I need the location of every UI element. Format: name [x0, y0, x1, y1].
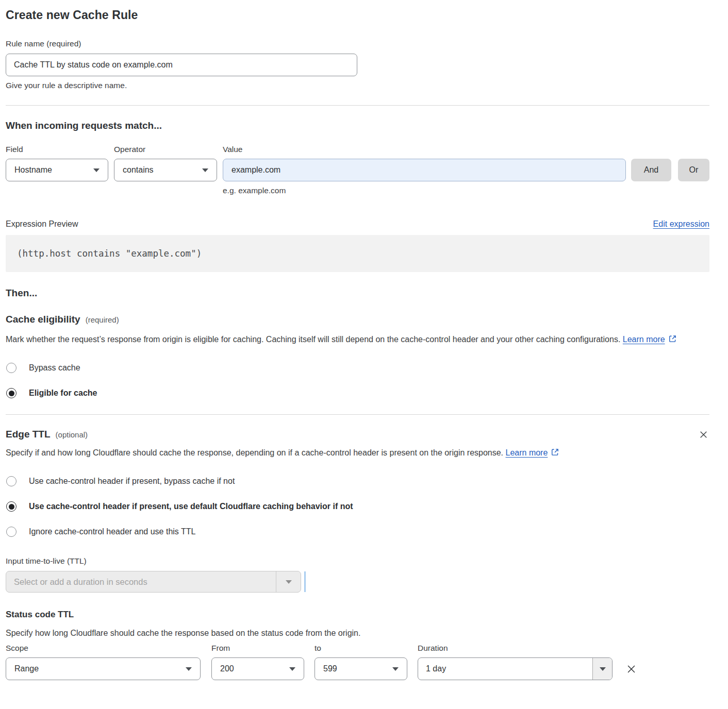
cache-eligibility-description: Mark whether the request’s response from… — [6, 332, 697, 348]
expression-code-block: (http.host contains "example.com") — [6, 235, 709, 272]
and-button[interactable]: And — [631, 159, 671, 181]
from-label: From — [211, 644, 315, 653]
operator-select[interactable]: contains — [114, 159, 217, 181]
radio-circle-unselected — [6, 527, 16, 537]
radio-circle-selected — [6, 501, 16, 512]
close-icon — [699, 433, 708, 441]
edge-ttl-description: Specify if and how long Cloudflare shoul… — [6, 446, 578, 461]
optional-tag: (optional) — [56, 430, 88, 439]
edge-ttl-heading-row: Edge TTL (optional) — [6, 429, 88, 440]
external-link-icon — [551, 447, 559, 461]
focus-caret — [304, 571, 306, 592]
cache-eligibility-learn-more-link[interactable]: Learn more — [623, 335, 665, 344]
section-divider — [6, 105, 709, 106]
status-code-column-labels: Scope From to Duration — [6, 644, 709, 653]
radio-label: Bypass cache — [29, 363, 80, 373]
field-select-value: Hostname — [14, 165, 52, 175]
ttl-duration-select[interactable]: Select or add a duration in seconds — [6, 571, 301, 593]
edge-ttl-learn-more-link[interactable]: Learn more — [506, 448, 548, 457]
ttl-input-row: Select or add a duration in seconds — [6, 566, 709, 593]
or-button[interactable]: Or — [678, 159, 709, 181]
radio-bypass-cache[interactable]: Bypass cache — [6, 363, 709, 373]
edge-ttl-header: Edge TTL (optional) — [6, 429, 709, 441]
radio-eligible-for-cache[interactable]: Eligible for cache — [6, 388, 709, 398]
section-divider — [6, 414, 709, 415]
chevron-down-icon — [592, 658, 612, 680]
to-select-value: 599 — [323, 664, 337, 673]
edit-expression-link[interactable]: Edit expression — [653, 220, 709, 229]
radio-circle-unselected — [6, 363, 16, 373]
duration-select-value: 1 day — [418, 658, 592, 680]
expression-code: (http.host contains "example.com") — [17, 248, 202, 259]
close-icon — [626, 668, 637, 676]
value-help: e.g. example.com — [223, 186, 709, 195]
chevron-down-icon — [186, 667, 192, 671]
radio-circle-selected — [6, 388, 16, 398]
operator-select-value: contains — [123, 165, 154, 175]
edge-ttl-heading: Edge TTL — [6, 429, 51, 440]
cache-eligibility-heading: Cache eligibility — [6, 314, 80, 325]
to-select[interactable]: 599 — [315, 657, 407, 680]
radio-label: Eligible for cache — [29, 389, 97, 398]
match-heading: When incoming requests match... — [6, 120, 709, 131]
edge-ttl-description-text: Specify if and how long Cloudflare shoul… — [6, 448, 503, 457]
chevron-down-icon — [392, 667, 399, 671]
from-select[interactable]: 200 — [211, 657, 304, 680]
scope-select[interactable]: Range — [6, 657, 201, 680]
radio-use-header-bypass[interactable]: Use cache-control header if present, byp… — [6, 476, 709, 486]
edge-ttl-close-button[interactable] — [698, 429, 709, 441]
radio-ignore-header-use-ttl[interactable]: Ignore cache-control header and use this… — [6, 527, 709, 537]
value-input[interactable] — [223, 159, 626, 181]
chevron-down-icon — [289, 667, 295, 671]
scope-select-value: Range — [14, 664, 39, 673]
from-select-value: 200 — [220, 664, 234, 673]
chevron-down-icon — [202, 168, 208, 172]
value-label: Value — [223, 145, 243, 154]
expression-preview-label: Expression Preview — [6, 220, 78, 229]
radio-circle-unselected — [6, 476, 16, 486]
ttl-input-label: Input time-to-live (TTL) — [6, 556, 709, 566]
radio-use-header-default[interactable]: Use cache-control header if present, use… — [6, 501, 709, 512]
chevron-down-icon — [93, 168, 100, 172]
status-code-ttl-description: Specify how long Cloudflare should cache… — [6, 629, 709, 638]
radio-label: Ignore cache-control header and use this… — [29, 527, 195, 536]
field-label: Field — [6, 145, 114, 154]
external-link-icon — [668, 333, 677, 348]
status-code-ttl-heading: Status code TTL — [6, 610, 709, 620]
chevron-down-icon — [276, 571, 301, 592]
then-heading: Then... — [6, 288, 709, 299]
required-tag: (required) — [86, 315, 119, 324]
rule-name-label: Rule name (required) — [6, 39, 709, 48]
to-label: to — [315, 644, 418, 653]
operator-label: Operator — [114, 145, 223, 154]
create-cache-rule-form: Create new Cache Rule Rule name (require… — [6, 8, 709, 680]
duration-label: Duration — [418, 644, 448, 653]
radio-label: Use cache-control header if present, byp… — [29, 477, 235, 486]
cache-eligibility-heading-row: Cache eligibility (required) — [6, 314, 709, 325]
expression-header-row: Expression Preview Edit expression — [6, 220, 709, 229]
scope-label: Scope — [6, 644, 211, 653]
rule-name-input[interactable] — [6, 54, 357, 76]
field-select[interactable]: Hostname — [6, 159, 108, 181]
page-title: Create new Cache Rule — [6, 8, 709, 22]
duration-select[interactable]: 1 day — [418, 657, 613, 680]
match-controls-row: Hostname contains And Or — [6, 159, 709, 181]
remove-status-ttl-button[interactable] — [625, 663, 638, 676]
radio-label: Use cache-control header if present, use… — [29, 502, 353, 511]
status-code-controls-row: Range 200 599 1 day — [6, 657, 709, 680]
cache-eligibility-description-text: Mark whether the request’s response from… — [6, 335, 620, 344]
rule-name-help: Give your rule a descriptive name. — [6, 81, 709, 90]
match-column-labels: Field Operator Value — [6, 145, 709, 154]
ttl-duration-placeholder: Select or add a duration in seconds — [6, 571, 276, 592]
